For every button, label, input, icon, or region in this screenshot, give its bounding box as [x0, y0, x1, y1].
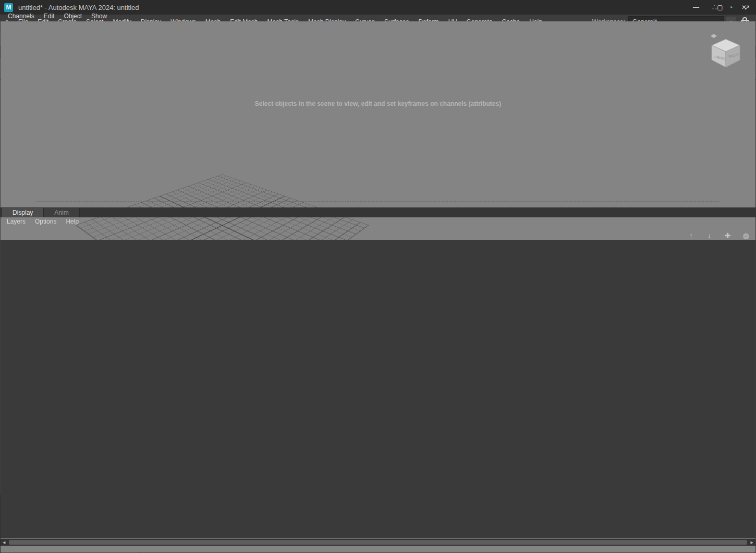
layer-editor-tab[interactable]: Anim	[44, 208, 79, 217]
channel-box-empty-message: Select objects in the scene to view, edi…	[7, 100, 749, 108]
channel-box-corner-icons: ∴◔↗	[709, 1, 753, 14]
window-title: untitled* - Autodesk MAYA 2024: untitled	[18, 4, 139, 11]
menu-item[interactable]: Channels	[3, 13, 39, 20]
title-bar: M untitled* - Autodesk MAYA 2024: untitl…	[0, 0, 756, 15]
layer-editor-tab[interactable]: Display	[2, 208, 44, 217]
speed-state-icon[interactable]: ◔	[725, 1, 737, 14]
menu-item[interactable]: Layers	[2, 218, 30, 225]
layer-editor-tabs: DisplayAnim	[0, 207, 756, 217]
view-cube[interactable]: FRONT RIGHT	[705, 33, 746, 73]
menu-item[interactable]: Options	[30, 218, 61, 225]
scroll-right-icon[interactable]: ▶	[749, 540, 755, 545]
pane-separator[interactable]	[36, 201, 720, 202]
layer-horizontal-scrollbar[interactable]: ◀ ▶	[1, 539, 755, 546]
scrollbar-thumb[interactable]	[9, 540, 747, 545]
layer-editor-menus: LayersOptionsHelp	[2, 218, 83, 225]
layer-list[interactable]	[1, 240, 755, 538]
minimize-button[interactable]: —	[684, 0, 708, 15]
menu-item[interactable]: Object	[59, 13, 87, 20]
scroll-left-icon[interactable]: ◀	[1, 540, 7, 545]
menu-item[interactable]: Help	[61, 218, 83, 225]
graph-editor-icon[interactable]: ↗	[741, 1, 753, 14]
menu-item[interactable]: Show	[87, 13, 112, 20]
maya-app-icon: M	[4, 3, 13, 12]
menu-item[interactable]: Edit	[39, 13, 59, 20]
channel-box-menus: ChannelsEditObjectShow	[3, 13, 112, 20]
maya-window: M untitled* - Autodesk MAYA 2024: untitl…	[0, 0, 756, 553]
manipulator-state-icon[interactable]: ∴	[709, 1, 721, 14]
